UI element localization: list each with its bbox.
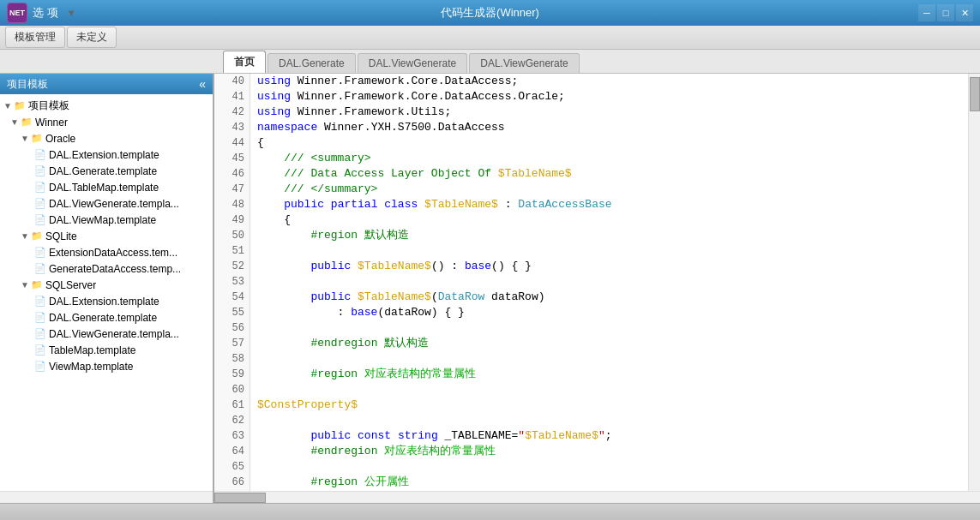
tree-label-sqlserver: SQLServer — [45, 279, 96, 291]
tree-label: TableMap.template — [49, 344, 135, 356]
window-controls: ─ □ ✕ — [918, 4, 973, 21]
code-line-51 — [250, 243, 968, 259]
ln-65: 65 — [214, 459, 250, 475]
tree-file-dal-viewgen[interactable]: 📄 DAL.ViewGenerate.templa... — [0, 195, 213, 212]
tree-oracle[interactable]: ▼ 📁 Oracle — [0, 130, 213, 146]
expand-icon: ▼ — [21, 280, 29, 290]
file-icon: 📄 — [34, 344, 46, 356]
folder-icon: 📁 — [21, 117, 33, 128]
ln-51: 51 — [214, 243, 250, 259]
tab-dal-generate[interactable]: DAL.Generate — [268, 53, 356, 73]
ln-41: 41 — [214, 89, 250, 105]
sidebar-collapse-button[interactable]: « — [199, 77, 206, 91]
tree-file-dal-table[interactable]: 📄 DAL.TableMap.template — [0, 179, 213, 195]
ln-46: 46 — [214, 166, 250, 182]
code-line-59: #region 对应表结构的常量属性 — [250, 367, 968, 382]
ln-53: 53 — [214, 274, 250, 290]
folder-icon: 📁 — [14, 100, 26, 111]
code-line-64: #endregion 对应表结构的常量属性 — [250, 444, 968, 459]
file-icon: 📄 — [34, 182, 46, 193]
tree-label: DAL.Extension.template — [49, 296, 159, 308]
ln-61: 61 — [214, 397, 250, 413]
code-line-48: public partial class $TableName$ : DataA… — [250, 197, 968, 212]
tree-file-ss-gen[interactable]: 📄 DAL.Generate.template — [0, 309, 213, 326]
h-scrollbar-thumb[interactable] — [214, 493, 266, 503]
code-line-50: #region 默认构造 — [250, 228, 968, 243]
tree-root[interactable]: ▼ 📁 项目模板 — [0, 98, 213, 114]
expand-icon: ▼ — [3, 101, 12, 111]
h-scrollbar-track — [214, 493, 980, 503]
tree-file-gen-da[interactable]: 📄 GenerateDataAccess.temp... — [0, 260, 213, 277]
tree-file-dal-gen[interactable]: 📄 DAL.Generate.template — [0, 163, 213, 179]
code-content[interactable]: using Winner.Framework.Core.DataAccess; … — [250, 74, 968, 491]
folder-icon: 📁 — [31, 279, 43, 290]
tree-file-dal-ext[interactable]: 📄 DAL.Extension.template — [0, 146, 213, 163]
vertical-scrollbar[interactable] — [968, 74, 980, 491]
expand-icon: ▼ — [21, 231, 29, 241]
code-line-66: #region 公开属性 — [250, 475, 968, 490]
file-icon: 📄 — [34, 198, 46, 209]
code-line-58 — [250, 351, 968, 367]
horizontal-scrollbar[interactable] — [214, 491, 980, 503]
code-line-44: { — [250, 135, 968, 151]
tree-file-ss-view[interactable]: 📄 ViewMap.template — [0, 358, 213, 374]
file-icon: 📄 — [34, 312, 46, 323]
tree-file-ss-ext[interactable]: 📄 DAL.Extension.template — [0, 293, 213, 309]
close-button[interactable]: ✕ — [956, 4, 973, 21]
ln-60: 60 — [214, 382, 250, 397]
tree-sqlserver[interactable]: ▼ 📁 SQLServer — [0, 277, 213, 293]
file-icon: 📄 — [34, 263, 46, 274]
tree-label-root: 项目模板 — [28, 99, 69, 113]
tree-winner[interactable]: ▼ 📁 Winner — [0, 114, 213, 130]
sidebar-title: 项目模板 — [7, 77, 48, 92]
file-icon: 📄 — [34, 247, 46, 258]
ln-55: 55 — [214, 305, 250, 320]
folder-icon: 📁 — [31, 133, 43, 144]
menu-item-undefined[interactable]: 未定义 — [67, 27, 117, 48]
ln-56: 56 — [214, 320, 250, 336]
tree-file-ss-viewgen[interactable]: 📄 DAL.ViewGenerate.templa... — [0, 326, 213, 342]
quick-access-icon[interactable]: ▼ — [67, 8, 76, 18]
code-line-54: public $TableName$(DataRow dataRow) — [250, 290, 968, 305]
code-line-41: using Winner.Framework.Core.DataAccess.O… — [250, 89, 968, 105]
tab-dal-viewgenerate2[interactable]: DAL.ViewGenerate — [469, 53, 580, 73]
maximize-button[interactable]: □ — [937, 4, 954, 21]
tab-bar: 首页 DAL.Generate DAL.ViewGenerate DAL.Vie… — [0, 50, 980, 74]
menu-item-template[interactable]: 模板管理 — [5, 27, 65, 48]
tab-home[interactable]: 首页 — [223, 51, 266, 73]
minimize-button[interactable]: ─ — [918, 4, 935, 21]
expand-icon: ▼ — [21, 134, 29, 143]
code-line-43: namespace Winner.YXH.S7500.DataAccess — [250, 120, 968, 135]
folder-icon: 📁 — [31, 230, 43, 242]
tree-label-oracle: Oracle — [45, 133, 75, 145]
tree-file-ext-da[interactable]: 📄 ExtensionDataAccess.tem... — [0, 244, 213, 260]
tree-label: DAL.TableMap.template — [49, 182, 159, 194]
code-line-47: /// </summary> — [250, 182, 968, 197]
sidebar-scrollbar[interactable] — [0, 491, 213, 503]
tree-file-dal-viewmap[interactable]: 📄 DAL.ViewMap.template — [0, 212, 213, 228]
code-line-62 — [250, 413, 968, 428]
code-line-56 — [250, 320, 968, 336]
sidebar-tree: ▼ 📁 项目模板 ▼ 📁 Winner ▼ 📁 Oracle 📄 DAL.Ext… — [0, 94, 213, 491]
ln-63: 63 — [214, 428, 250, 444]
scrollbar-thumb[interactable] — [970, 77, 980, 111]
ln-50: 50 — [214, 228, 250, 243]
ln-44: 44 — [214, 135, 250, 151]
tree-label: DAL.ViewGenerate.templa... — [49, 328, 179, 340]
code-line-49: { — [250, 212, 968, 228]
code-line-65 — [250, 459, 968, 475]
title-bar-left: NET 选 项 ▼ — [7, 3, 76, 23]
ln-49: 49 — [214, 212, 250, 228]
ln-57: 57 — [214, 336, 250, 351]
tree-label: ExtensionDataAccess.tem... — [49, 247, 177, 259]
ln-43: 43 — [214, 120, 250, 135]
tree-label: DAL.Generate.template — [49, 165, 157, 177]
tree-sqlite[interactable]: ▼ 📁 SQLite — [0, 228, 213, 244]
expand-icon: ▼ — [10, 117, 19, 127]
tree-file-ss-table[interactable]: 📄 TableMap.template — [0, 342, 213, 358]
window-menu-label[interactable]: 选 项 — [33, 5, 58, 21]
ln-58: 58 — [214, 351, 250, 367]
ln-59: 59 — [214, 367, 250, 382]
tree-label: GenerateDataAccess.temp... — [49, 263, 181, 275]
tab-dal-viewgenerate1[interactable]: DAL.ViewGenerate — [358, 53, 468, 73]
